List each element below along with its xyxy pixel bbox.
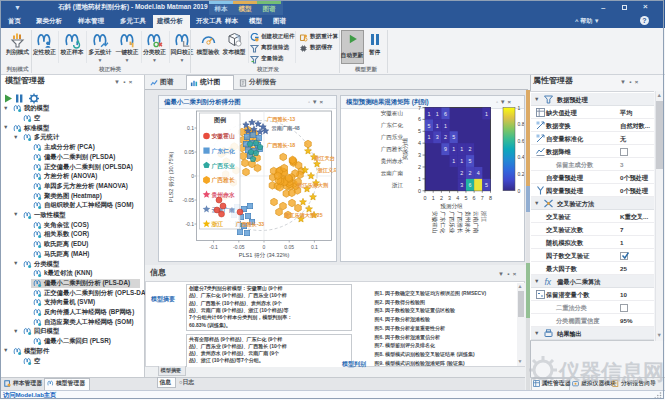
- svg-text:0.05: 0.05: [184, 149, 194, 155]
- svg-text:实际分组: 实际分组: [402, 137, 409, 160]
- svg-text:5: 5: [485, 182, 488, 188]
- svg-text:0.2: 0.2: [518, 171, 525, 177]
- svg-text:贵州赤水: 贵州赤水: [211, 192, 235, 199]
- svg-text:广西雅长-18: 广西雅长-18: [266, 142, 295, 149]
- svg-text:广东仁化: 广东仁化: [381, 122, 404, 129]
- svg-text:3: 3: [436, 134, 439, 140]
- svg-text:4: 4: [456, 195, 459, 201]
- svg-text:fx: fx: [545, 277, 552, 286]
- svg-text:浙江: 浙江: [211, 221, 224, 228]
- svg-text:广东仁化: 广东仁化: [439, 211, 446, 234]
- svg-text:安徽霍山: 安徽霍山: [381, 110, 403, 117]
- svg-text:5: 5: [464, 195, 467, 201]
- svg-text:1: 1: [428, 111, 431, 117]
- svg-text:贵州赤水: 贵州赤水: [381, 158, 404, 165]
- svg-text:5: 5: [428, 123, 431, 129]
- svg-text:1: 1: [485, 111, 488, 117]
- svg-text:1: 1: [452, 158, 455, 164]
- svg-text:2: 2: [440, 195, 443, 201]
- svg-text:0: 0: [418, 188, 421, 194]
- svg-text:3: 3: [418, 152, 421, 158]
- svg-text:浙江天台: 浙江天台: [313, 155, 336, 162]
- svg-text:8: 8: [489, 195, 492, 201]
- svg-text:1: 1: [418, 176, 421, 182]
- svg-text:-0.05: -0.05: [233, 244, 245, 250]
- svg-text:云南广南-48: 云南广南-48: [272, 125, 300, 132]
- svg-text:1: 1: [436, 123, 439, 129]
- svg-text:2: 2: [418, 164, 421, 170]
- svg-text:广西雅长: 广西雅长: [211, 176, 235, 184]
- svg-text:预测分组: 预测分组: [440, 203, 463, 210]
- svg-text:5: 5: [418, 128, 421, 134]
- svg-text:-0.05: -0.05: [183, 197, 195, 203]
- svg-text:0: 0: [424, 195, 427, 201]
- svg-text:3: 3: [460, 182, 463, 188]
- svg-text:3: 3: [448, 195, 451, 201]
- svg-text:1: 1: [444, 123, 447, 129]
- svg-text:云南广南: 云南广南: [473, 211, 479, 234]
- svg-text:1: 1: [436, 111, 439, 117]
- svg-text:6: 6: [418, 116, 421, 122]
- svg-text:0.05: 0.05: [284, 244, 294, 250]
- svg-text:1: 1: [460, 146, 463, 152]
- svg-text:2: 2: [444, 134, 447, 140]
- svg-text:贵州赤水: 贵州赤水: [464, 211, 471, 234]
- svg-text:0: 0: [518, 188, 521, 194]
- svg-text:安徽霍山: 安徽霍山: [431, 211, 438, 233]
- svg-text:安徽霍山: 安徽霍山: [212, 132, 235, 140]
- svg-text:广西乐业: 广西乐业: [381, 134, 404, 140]
- svg-text:0.1: 0.1: [187, 125, 194, 131]
- svg-text:广西雅长: 广西雅长: [381, 146, 404, 153]
- svg-text:5: 5: [452, 134, 455, 140]
- svg-text:4: 4: [477, 170, 480, 176]
- svg-text:-0.1: -0.1: [185, 221, 194, 227]
- svg-text:广西雅长: 广西雅长: [456, 211, 463, 234]
- svg-text:4: 4: [418, 140, 421, 146]
- svg-text:图例: 图例: [214, 116, 226, 124]
- svg-text:2: 2: [460, 170, 463, 176]
- svg-text:2: 2: [469, 170, 472, 176]
- svg-text:PLS1 得分 (34.32%): PLS1 得分 (34.32%): [239, 252, 290, 259]
- svg-text:浙江义乌: 浙江义乌: [317, 167, 337, 174]
- svg-text:广西雅长-13: 广西雅长-13: [266, 116, 295, 123]
- svg-text:广东仁化: 广东仁化: [211, 147, 235, 155]
- svg-text:广西乐业: 广西乐业: [211, 162, 235, 170]
- svg-text:浙江: 浙江: [480, 211, 487, 223]
- svg-text:1: 1: [432, 195, 435, 201]
- svg-text:6: 6: [473, 195, 476, 201]
- svg-text:0.8: 0.8: [518, 121, 525, 127]
- svg-text:6: 6: [444, 111, 447, 117]
- svg-text:浙江乐清大荆: 浙江乐清大荆: [296, 182, 328, 189]
- svg-text:0: 0: [263, 244, 266, 250]
- svg-text:浙江: 浙江: [392, 182, 404, 189]
- svg-text:广西乐业: 广西乐业: [449, 211, 455, 234]
- svg-text:云南广南: 云南广南: [381, 170, 404, 176]
- svg-text:5: 5: [469, 158, 472, 164]
- svg-text:PLS2 得分 (30.75%): PLS2 得分 (30.75%): [168, 152, 175, 203]
- svg-text:0: 0: [191, 173, 194, 179]
- svg-text:9: 9: [444, 146, 447, 152]
- svg-text:-0.1: -0.1: [209, 244, 218, 250]
- svg-text:广西雅长-33: 广西雅长-33: [235, 221, 264, 228]
- svg-text:0.6: 0.6: [518, 138, 525, 144]
- svg-text:6: 6: [469, 182, 472, 188]
- svg-text:0.1: 0.1: [311, 244, 318, 250]
- svg-text:2: 2: [469, 146, 472, 152]
- svg-text:浙江乐清大荆-25: 浙江乐清大荆-25: [283, 212, 323, 219]
- svg-text:1: 1: [518, 106, 521, 111]
- svg-text:0.4: 0.4: [518, 154, 525, 160]
- svg-text:1: 1: [460, 158, 463, 164]
- svg-text:7: 7: [481, 195, 484, 201]
- svg-text:7: 7: [418, 106, 421, 111]
- svg-text:1: 1: [428, 134, 431, 140]
- svg-text:1: 1: [452, 146, 455, 152]
